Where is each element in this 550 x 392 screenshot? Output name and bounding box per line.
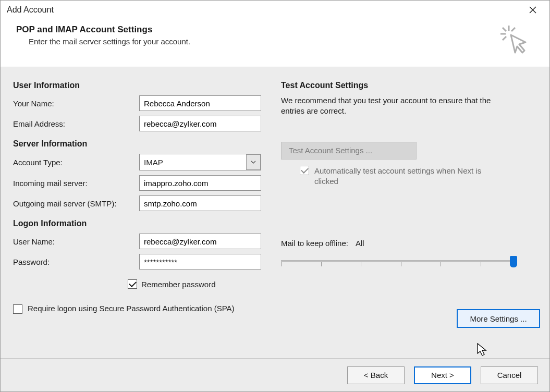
slider-thumb[interactable] xyxy=(510,256,517,267)
header-subtitle: Enter the mail server settings for your … xyxy=(16,37,499,46)
header-title: POP and IMAP Account Settings xyxy=(16,24,499,35)
cursor-click-icon xyxy=(499,24,529,55)
remember-password-label: Remember password xyxy=(141,280,216,289)
remember-password-checkbox[interactable] xyxy=(128,279,137,289)
your-name-label: Your Name: xyxy=(13,99,139,108)
more-settings-button[interactable]: More Settings ... xyxy=(457,309,540,328)
your-name-input[interactable] xyxy=(139,95,261,111)
titlebar: Add Account xyxy=(1,1,549,19)
cancel-button[interactable]: Cancel xyxy=(481,366,538,384)
outgoing-server-input[interactable] xyxy=(139,195,261,211)
next-button[interactable]: Next > xyxy=(414,366,471,384)
email-input[interactable] xyxy=(139,116,261,131)
test-settings-desc: We recommend that you test your account … xyxy=(281,95,510,117)
logon-info-heading: Logon Information xyxy=(13,219,262,228)
username-input[interactable] xyxy=(139,234,261,249)
close-icon xyxy=(529,6,536,14)
header: POP and IMAP Account Settings Enter the … xyxy=(1,19,549,67)
chevron-down-icon xyxy=(251,161,256,164)
account-type-dropdown-button[interactable] xyxy=(246,154,261,170)
account-type-select[interactable]: IMAP xyxy=(139,154,261,170)
add-account-window: Add Account POP and IMAP Account Setting… xyxy=(0,0,550,392)
test-account-settings-button[interactable]: Test Account Settings ... xyxy=(281,142,417,160)
offline-slider[interactable] xyxy=(281,254,516,273)
offline-value: All xyxy=(356,239,364,248)
window-title: Add Account xyxy=(7,5,54,15)
incoming-server-input[interactable] xyxy=(139,175,261,191)
username-label: User Name: xyxy=(13,237,139,246)
account-type-label: Account Type: xyxy=(13,158,139,167)
require-spa-label: Require logon using Secure Password Auth… xyxy=(28,303,235,314)
incoming-label: Incoming mail server: xyxy=(13,179,139,188)
close-button[interactable] xyxy=(522,1,543,19)
svg-line-6 xyxy=(503,36,506,40)
offline-label: Mail to keep offline: xyxy=(281,239,348,248)
back-button[interactable]: < Back xyxy=(347,366,405,384)
right-column: Test Account Settings We recommend that … xyxy=(281,80,540,358)
auto-test-label: Automatically test account settings when… xyxy=(314,166,492,187)
password-input[interactable] xyxy=(139,254,261,270)
left-column: User Information Your Name: Email Addres… xyxy=(13,80,262,358)
dialog-body: User Information Your Name: Email Addres… xyxy=(1,67,549,358)
footer: < Back Next > Cancel xyxy=(1,358,549,391)
auto-test-checkbox[interactable] xyxy=(300,166,309,175)
email-label: Email Address: xyxy=(13,119,139,128)
slider-track xyxy=(281,260,516,262)
password-label: Password: xyxy=(13,258,139,266)
user-info-heading: User Information xyxy=(13,81,262,90)
server-info-heading: Server Information xyxy=(13,139,262,149)
svg-line-5 xyxy=(511,28,515,31)
svg-line-4 xyxy=(503,28,506,31)
require-spa-checkbox[interactable] xyxy=(13,304,22,314)
test-settings-heading: Test Account Settings xyxy=(281,81,540,90)
account-type-value: IMAP xyxy=(139,154,261,170)
outgoing-label: Outgoing mail server (SMTP): xyxy=(13,199,139,208)
